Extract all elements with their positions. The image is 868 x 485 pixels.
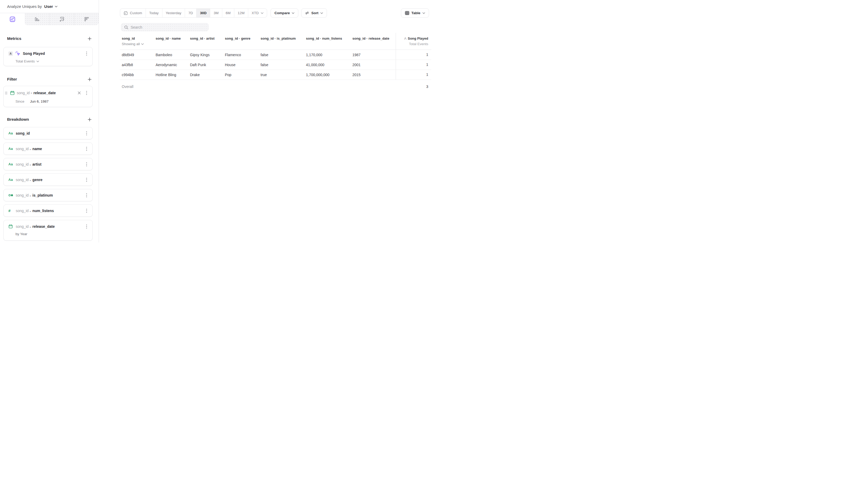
column-header-metric[interactable]: ASong Played Total Events xyxy=(396,33,431,50)
column-label: release_date xyxy=(369,36,390,40)
metric-event-name[interactable]: Song Played xyxy=(23,52,45,56)
column-header-genre[interactable]: song_id▸genre xyxy=(225,33,260,50)
caret-icon: ▸ xyxy=(30,226,31,228)
number-type-icon: # xyxy=(8,209,14,213)
chevron-down-icon xyxy=(423,12,425,14)
text-type-icon: Aa xyxy=(8,131,14,135)
breakdown-title: Breakdown xyxy=(7,117,29,122)
range-30d[interactable]: 30D xyxy=(196,9,210,17)
range-label: 7D xyxy=(188,11,193,15)
range-today[interactable]: Today xyxy=(146,9,162,17)
column-header-song-id[interactable]: song_id Showing all xyxy=(120,33,156,50)
table-row[interactable]: c994bb Hotline Bling Drake Pop true 1,70… xyxy=(120,70,431,80)
range-7d[interactable]: 7D xyxy=(185,9,196,17)
property-path: song_id xyxy=(16,193,29,198)
cell-num-listens: 41,000,000 xyxy=(306,63,352,67)
breakdown-kebab-menu[interactable] xyxy=(86,193,88,198)
column-label: song_id xyxy=(122,36,135,40)
breakdown-card-artist[interactable]: Aa song_id▸ artist xyxy=(3,158,93,170)
tab-funnels[interactable] xyxy=(25,13,49,25)
cell-is-platinum: false xyxy=(260,53,306,57)
caret-icon: ▸ xyxy=(31,92,32,94)
column-header-artist[interactable]: song_id▸artist xyxy=(190,33,225,50)
breakdown-kebab-menu[interactable] xyxy=(86,131,88,136)
calendar-icon xyxy=(10,91,15,95)
tab-flows[interactable] xyxy=(49,13,74,25)
tab-retention[interactable] xyxy=(74,13,99,25)
filter-property-name[interactable]: release_date xyxy=(34,91,56,95)
sort-arrows-icon xyxy=(305,11,309,15)
drag-handle-icon[interactable] xyxy=(5,92,7,94)
range-label: 30D xyxy=(200,11,207,15)
analysis-entity-select[interactable]: User xyxy=(44,4,53,9)
breakdown-kebab-menu[interactable] xyxy=(86,208,88,213)
column-header-release-date[interactable]: song_id▸release_date xyxy=(352,33,396,50)
filter-card[interactable]: song_id ▸ release_date Since Jun 6, 1987 xyxy=(3,86,93,107)
table-row[interactable]: d8d949 Bamboleo Gipsy Kings Flamenco fal… xyxy=(120,50,431,60)
cell-artist: Gipsy Kings xyxy=(190,53,225,57)
compare-button[interactable]: Compare xyxy=(271,8,299,18)
metric-aggregation-select[interactable]: Total Events xyxy=(16,59,88,63)
table-row[interactable]: a43fb8 Aerodynamic Daft Punk House false… xyxy=(120,60,431,70)
caret-icon: ▸ xyxy=(30,194,31,197)
breakdown-card-name[interactable]: Aa song_id▸ name xyxy=(3,143,93,155)
breakdown-card-song-id[interactable]: Aa ▸ song_id xyxy=(3,127,93,139)
breakdown-kebab-menu[interactable] xyxy=(86,146,88,151)
breakdown-card-genre[interactable]: Aa song_id▸ genre xyxy=(3,174,93,186)
report-type-header: Analyze Uniques by User xyxy=(0,0,99,13)
filter-operator[interactable]: Since xyxy=(16,99,24,103)
breakdown-card-release-date[interactable]: song_id▸ release_date by Year xyxy=(3,220,93,241)
add-filter-button[interactable] xyxy=(87,77,92,82)
range-xtd[interactable]: XTD xyxy=(248,9,267,17)
filter-property-path: song_id xyxy=(17,91,30,95)
caret-icon: ▸ xyxy=(30,163,31,166)
cell-name: Aerodynamic xyxy=(156,63,190,67)
metric-aggregation: Total Events xyxy=(396,42,428,46)
chevron-down-icon xyxy=(36,61,39,62)
column-header-is-platinum[interactable]: song_id▸is_platinum xyxy=(260,33,306,50)
filter-section-header: Filter xyxy=(7,77,92,82)
filter-value[interactable]: Jun 6, 1987 xyxy=(30,99,49,103)
column-header-num-listens[interactable]: song_id▸num_listens xyxy=(306,33,352,50)
breakdown-kebab-menu[interactable] xyxy=(86,224,88,229)
chevron-down-icon[interactable] xyxy=(55,6,58,7)
visualization-select-button[interactable]: Table xyxy=(401,8,429,18)
metric-card[interactable]: A Song Played Total Events xyxy=(3,47,93,66)
property-path: song_id xyxy=(16,224,29,229)
breakdown-card-is-platinum[interactable]: song_id▸ is_platinum xyxy=(3,189,93,201)
range-custom[interactable]: Custom xyxy=(120,9,146,17)
cell-is-platinum: true xyxy=(260,73,306,77)
filter-kebab-menu[interactable] xyxy=(86,90,88,95)
tab-insights[interactable] xyxy=(0,13,25,25)
property-name: song_id xyxy=(16,131,30,135)
cell-song-id: c994bb xyxy=(120,73,156,77)
text-type-icon: Aa xyxy=(8,147,14,151)
search-input[interactable] xyxy=(131,25,206,29)
table-search[interactable] xyxy=(121,23,209,31)
breakdown-kebab-menu[interactable] xyxy=(86,162,88,167)
range-yesterday[interactable]: Yesterday xyxy=(162,9,185,17)
add-breakdown-button[interactable] xyxy=(87,117,92,122)
text-type-icon: Aa xyxy=(8,162,14,166)
metrics-title: Metrics xyxy=(7,36,21,41)
add-metric-button[interactable] xyxy=(87,36,92,41)
view-label: Table xyxy=(411,11,421,15)
remove-filter-icon[interactable] xyxy=(78,91,81,94)
column-header-name[interactable]: song_id▸name xyxy=(156,33,190,50)
column-path: song_id xyxy=(225,36,238,40)
column-path: song_id xyxy=(260,36,274,40)
showing-all-filter[interactable]: Showing all xyxy=(122,42,156,46)
range-6m[interactable]: 6M xyxy=(222,9,234,17)
event-click-icon xyxy=(15,51,21,56)
breakdown-card-num-listens[interactable]: # song_id▸ num_listens xyxy=(3,205,93,217)
sort-button[interactable]: Sort xyxy=(301,8,327,18)
search-icon xyxy=(124,25,128,29)
breakdown-date-bucket[interactable]: by Year xyxy=(16,232,92,236)
analyze-label: Analyze Uniques by xyxy=(7,4,42,9)
range-3m[interactable]: 3M xyxy=(210,9,222,17)
metric-kebab-menu[interactable] xyxy=(86,51,88,56)
breakdown-kebab-menu[interactable] xyxy=(86,177,88,182)
flow-icon xyxy=(59,17,65,22)
property-path: song_id xyxy=(16,178,29,182)
range-12m[interactable]: 12M xyxy=(234,9,248,17)
